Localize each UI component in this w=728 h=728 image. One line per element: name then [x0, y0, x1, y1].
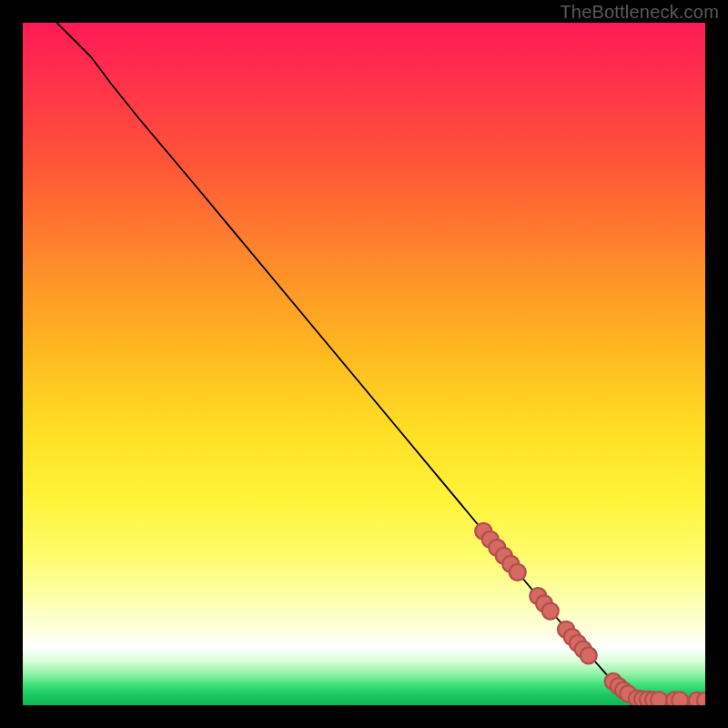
- highlight-markers: [475, 523, 705, 705]
- marker-dot: [542, 603, 559, 620]
- marker-dot: [581, 647, 597, 663]
- plot-area: [23, 23, 705, 705]
- marker-dot: [672, 692, 688, 705]
- curve-layer: [23, 23, 705, 705]
- marker-dot: [651, 692, 667, 705]
- marker-dot: [510, 564, 526, 581]
- watermark-text: TheBottleneck.com: [560, 2, 719, 23]
- bottleneck-curve: [57, 23, 706, 701]
- chart-frame: TheBottleneck.com: [0, 0, 728, 728]
